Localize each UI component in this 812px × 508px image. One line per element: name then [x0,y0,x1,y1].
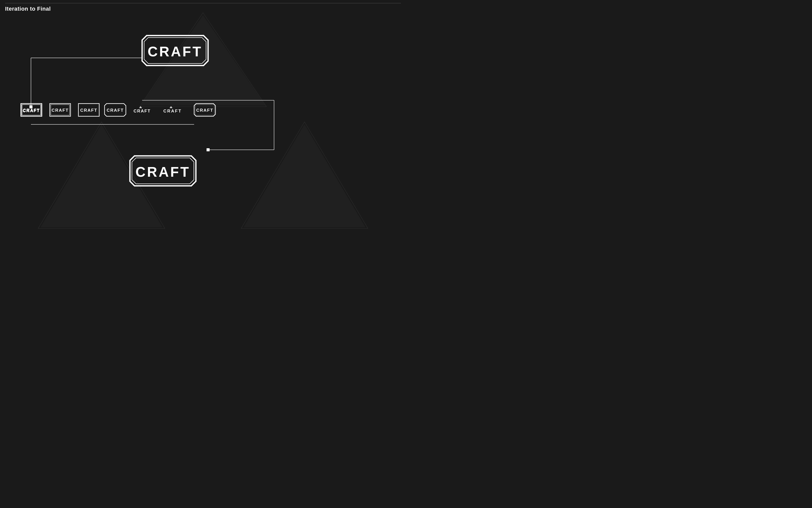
craft-logo-top: CRAFT [142,36,208,66]
svg-rect-12 [207,148,210,151]
craft-small-logo-7: CRAFT [194,103,216,116]
craft-logo-bottom: CRAFT [130,156,196,186]
craft-small-logo-5: CRAFT [133,106,151,114]
craft-small-logo-2: CRAFT [50,103,71,116]
svg-text:CRAFT: CRAFT [23,108,40,113]
svg-text:CRAFT: CRAFT [106,108,124,113]
craft-small-logo-6: CRAFT [164,106,182,114]
craft-small-logo-4: CRAFT [104,103,126,116]
craft-logo-bottom-text: CRAFT [136,164,190,180]
svg-text:CRAFT: CRAFT [196,108,213,113]
svg-marker-34 [170,106,173,108]
svg-marker-32 [139,106,142,108]
craft-logo-top-text: CRAFT [148,44,202,59]
craft-small-logo-3: CRAFT [78,103,99,116]
svg-text:CRAFT: CRAFT [51,108,69,113]
svg-text:CRAFT: CRAFT [80,108,97,113]
svg-text:CRAFT: CRAFT [164,109,182,114]
svg-text:CRAFT: CRAFT [133,109,151,114]
